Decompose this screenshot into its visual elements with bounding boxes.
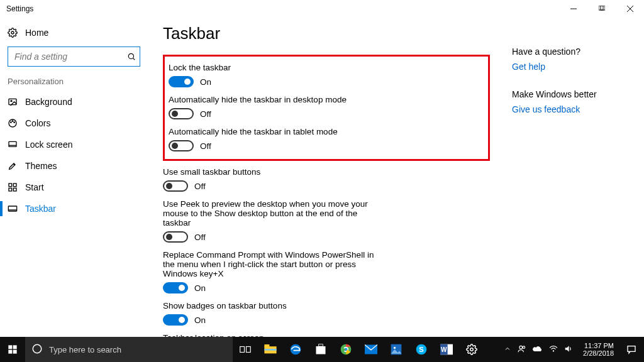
section-title: Personalization: [0, 74, 148, 91]
svg-point-47: [519, 346, 523, 349]
gear-icon: [8, 28, 25, 38]
toggle-lock-taskbar[interactable]: [169, 76, 194, 87]
taskbar-app-skype[interactable]: S: [409, 337, 434, 362]
system-tray[interactable]: [499, 344, 578, 355]
svg-rect-24: [8, 350, 12, 354]
toggle-state: Off: [200, 109, 211, 119]
home-button[interactable]: Home: [0, 24, 148, 41]
aside-panel: Have a question? Get help Make Windows b…: [512, 24, 638, 337]
svg-rect-20: [8, 206, 16, 211]
option-label: Lock the taskbar: [169, 63, 484, 72]
svg-point-46: [470, 348, 474, 351]
highlight-box: Lock the taskbar On Automatically hide t…: [163, 55, 490, 161]
sidebar: Home Personalization Background Colors: [0, 18, 148, 337]
toggle-state: Off: [194, 233, 206, 242]
titlebar: Settings: [0, 0, 644, 18]
svg-point-48: [523, 346, 525, 348]
sidebar-item-label: Start: [25, 182, 44, 192]
get-help-link[interactable]: Get help: [512, 62, 638, 72]
task-view-button[interactable]: [233, 337, 258, 362]
option-label: Automatically hide the taskbar in deskto…: [169, 95, 484, 104]
svg-point-26: [33, 344, 42, 353]
sidebar-item-label: Themes: [25, 161, 57, 171]
onedrive-icon[interactable]: [533, 345, 543, 354]
svg-rect-22: [8, 345, 12, 349]
taskbar-clock[interactable]: 11:37 PM 2/28/2018: [578, 342, 619, 357]
toggle-state: Off: [200, 141, 211, 151]
svg-rect-16: [9, 184, 12, 187]
toggle-badges[interactable]: [163, 314, 188, 326]
svg-point-5: [11, 31, 14, 34]
toggle-powershell[interactable]: [163, 282, 188, 293]
taskbar-app-edge[interactable]: [283, 337, 308, 362]
palette-icon: [8, 118, 25, 128]
svg-rect-30: [264, 344, 269, 348]
taskbar-app-chrome[interactable]: [333, 337, 358, 362]
taskbar-app-settings[interactable]: [459, 337, 484, 362]
better-heading: Make Windows better: [512, 89, 638, 99]
sidebar-item-background[interactable]: Background: [0, 91, 148, 112]
svg-marker-50: [565, 346, 569, 351]
taskbar-search-placeholder: Type here to search: [49, 345, 121, 354]
svg-rect-25: [13, 350, 17, 354]
option-label: Use Peek to preview the desktop when you…: [163, 199, 377, 228]
taskbar-app-mail[interactable]: [358, 337, 384, 362]
taskbar-search[interactable]: Type here to search: [25, 337, 233, 362]
sidebar-item-taskbar[interactable]: Taskbar: [0, 198, 148, 219]
cortana-icon: [31, 343, 43, 356]
minimize-button[interactable]: [559, 0, 587, 18]
option-label: Use small taskbar buttons: [163, 167, 490, 177]
clock-time: 11:37 PM: [583, 342, 614, 349]
sidebar-item-label: Lock screen: [25, 140, 72, 150]
svg-rect-27: [240, 347, 245, 353]
home-label: Home: [25, 28, 48, 38]
taskbar-icon: [8, 204, 25, 214]
svg-rect-23: [13, 345, 17, 349]
svg-rect-18: [9, 188, 12, 191]
svg-rect-33: [316, 346, 326, 354]
toggle-state: Off: [194, 182, 206, 191]
search-field[interactable]: [13, 51, 127, 62]
taskbar-app-explorer[interactable]: [258, 337, 283, 362]
sidebar-item-start[interactable]: Start: [0, 177, 148, 198]
toggle-small-buttons[interactable]: [163, 180, 188, 192]
maximize-button[interactable]: [587, 0, 616, 18]
sidebar-item-themes[interactable]: Themes: [0, 155, 148, 177]
brush-icon: [8, 161, 25, 171]
action-center-button[interactable]: [619, 337, 644, 362]
svg-rect-31: [264, 349, 276, 350]
tray-chevron-up-icon[interactable]: [504, 345, 511, 354]
window-title: Settings: [6, 4, 33, 13]
svg-text:S: S: [419, 345, 424, 353]
svg-point-6: [128, 53, 133, 58]
toggle-autohide-desktop[interactable]: [169, 108, 194, 119]
toggle-state: On: [194, 315, 206, 325]
toggle-state: On: [194, 283, 206, 293]
taskbar-app-gallery[interactable]: [384, 337, 409, 362]
taskbar-app-store[interactable]: [308, 337, 333, 362]
volume-icon[interactable]: [564, 344, 573, 355]
svg-rect-17: [13, 184, 16, 187]
os-taskbar: Type here to search S W 11:37 PM: [0, 337, 644, 362]
svg-point-13: [14, 122, 14, 123]
svg-point-12: [12, 121, 13, 121]
taskbar-app-word[interactable]: W: [434, 337, 459, 362]
toggle-peek[interactable]: [163, 231, 188, 243]
svg-point-9: [11, 101, 12, 102]
option-label: Automatically hide the taskbar in tablet…: [169, 127, 484, 136]
grid-icon: [8, 182, 25, 192]
image-icon: [8, 97, 25, 107]
toggle-autohide-tablet[interactable]: [169, 140, 194, 151]
start-button[interactable]: [0, 337, 25, 362]
search-input[interactable]: [8, 47, 140, 67]
give-feedback-link[interactable]: Give us feedback: [512, 104, 638, 114]
main-content: Taskbar Lock the taskbar On Automaticall…: [163, 24, 490, 337]
sidebar-item-lockscreen[interactable]: Lock screen: [0, 134, 148, 155]
wifi-icon[interactable]: [549, 344, 558, 355]
toggle-state: On: [200, 77, 211, 87]
sidebar-item-colors[interactable]: Colors: [0, 112, 148, 134]
page-title: Taskbar: [163, 24, 490, 43]
people-icon[interactable]: [518, 344, 526, 355]
svg-rect-28: [247, 347, 251, 353]
close-button[interactable]: [616, 0, 644, 18]
